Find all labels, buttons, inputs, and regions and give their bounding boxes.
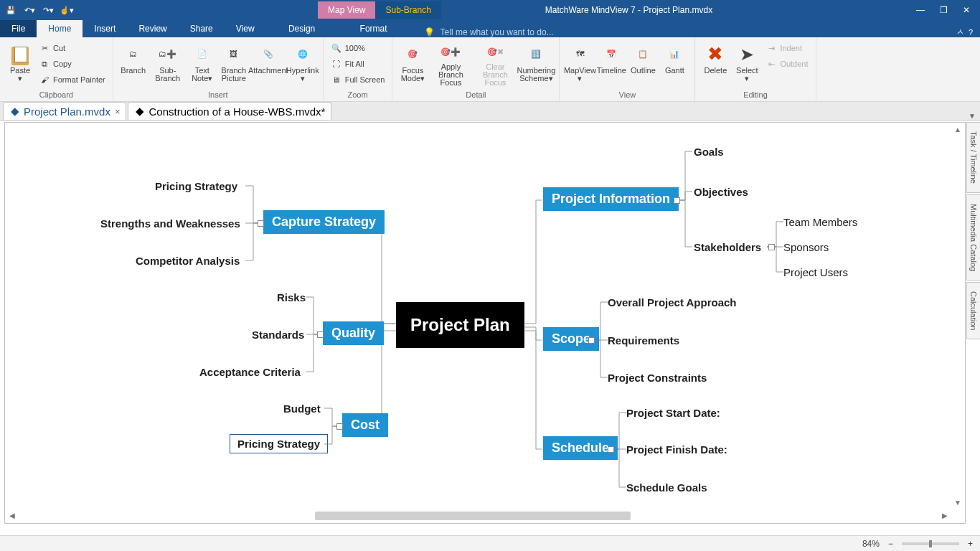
tab-insert[interactable]: Insert bbox=[83, 20, 127, 37]
save-icon[interactable]: 💾 bbox=[3, 2, 19, 18]
node-standards[interactable]: Standards bbox=[252, 329, 304, 341]
node-team-members[interactable]: Team Members bbox=[783, 216, 857, 228]
window-title: MatchWare MindView 7 - Project Plan.mvdx bbox=[348, 5, 910, 15]
node-schedule[interactable]: Schedule bbox=[543, 436, 618, 460]
hyperlink-button[interactable]: 🌐Hyperlink▾ bbox=[287, 39, 319, 87]
node-goals[interactable]: Goals bbox=[694, 146, 724, 158]
redo-icon[interactable]: ↷▾ bbox=[40, 2, 56, 18]
tab-home[interactable]: Home bbox=[37, 20, 83, 37]
collapse-handle[interactable] bbox=[768, 244, 775, 250]
collapse-handle[interactable] bbox=[588, 337, 595, 344]
minimize-button[interactable]: — bbox=[910, 2, 931, 18]
gantt-button[interactable]: 📊Gantt bbox=[659, 39, 690, 87]
format-painter-button[interactable]: 🖌Format Painter bbox=[36, 72, 108, 87]
node-pricing-strategy-selected[interactable]: Pricing Strategy bbox=[230, 434, 328, 453]
quick-access-toolbar: 💾 ↶▾ ↷▾ ☝▾ bbox=[0, 2, 77, 18]
attachment-button[interactable]: 📎Attachment bbox=[250, 39, 287, 87]
node-objectives[interactable]: Objectives bbox=[694, 186, 748, 198]
delete-button[interactable]: ✖Delete bbox=[699, 39, 731, 87]
undo-icon[interactable]: ↶▾ bbox=[22, 2, 37, 18]
timeline-button[interactable]: 📅Timeline bbox=[595, 39, 627, 87]
canvas[interactable]: Project Plan Capture Strategy Pricing St… bbox=[4, 122, 966, 524]
full-screen-icon: 🖥 bbox=[331, 74, 342, 85]
close-button[interactable]: ✕ bbox=[956, 2, 977, 18]
clear-focus-icon: 🎯✖ bbox=[484, 42, 507, 62]
branch-button[interactable]: 🗂Branch bbox=[118, 39, 149, 87]
tab-view[interactable]: View bbox=[225, 20, 266, 37]
collapse-handle[interactable] bbox=[317, 331, 324, 338]
tab-file[interactable]: File bbox=[0, 20, 37, 37]
scroll-thumb[interactable] bbox=[315, 512, 631, 520]
paste-button[interactable]: Paste▾ bbox=[4, 39, 36, 87]
tell-me-search[interactable]: 💡 Tell me what you want to do... bbox=[410, 27, 956, 37]
apply-focus-icon: 🎯➕ bbox=[439, 42, 462, 62]
node-capture-strategy[interactable]: Capture Strategy bbox=[263, 210, 385, 234]
tab-design[interactable]: Design bbox=[266, 20, 338, 37]
node-strengths-weaknesses[interactable]: Strengths and Weaknesses bbox=[100, 217, 240, 230]
scroll-left-icon[interactable]: ◀ bbox=[6, 510, 18, 522]
central-node[interactable]: Project Plan bbox=[396, 302, 524, 348]
node-risks[interactable]: Risks bbox=[277, 291, 306, 303]
node-acceptance-criteria[interactable]: Acceptance Criteria bbox=[199, 366, 301, 378]
node-sponsors[interactable]: Sponsors bbox=[783, 241, 829, 253]
scroll-down-icon[interactable]: ▼ bbox=[952, 497, 963, 509]
outline-button[interactable]: 📋Outline bbox=[627, 39, 659, 87]
touch-mode-icon[interactable]: ☝▾ bbox=[59, 2, 75, 18]
close-icon[interactable]: × bbox=[115, 106, 121, 117]
node-cost[interactable]: Cost bbox=[342, 413, 388, 437]
focus-mode-button[interactable]: 🎯Focus Mode▾ bbox=[397, 39, 428, 87]
node-competitor-analysis[interactable]: Competitor Analysis bbox=[136, 255, 240, 267]
node-requirements[interactable]: Requirements bbox=[608, 334, 679, 347]
numbering-icon: 🔢 bbox=[524, 42, 547, 65]
scroll-right-icon[interactable]: ▶ bbox=[939, 510, 951, 522]
help-icon[interactable]: ? bbox=[969, 28, 973, 37]
panel-task-timeline[interactable]: Task / Timeline bbox=[966, 122, 980, 193]
cut-button[interactable]: ✂Cut bbox=[36, 41, 108, 55]
zoom-slider[interactable] bbox=[902, 542, 959, 545]
fit-all-button[interactable]: ⛶Fit All bbox=[328, 57, 388, 71]
panel-multimedia[interactable]: Multimedia Catalog bbox=[966, 194, 980, 281]
collapse-handle[interactable] bbox=[258, 220, 264, 227]
tab-overflow-icon[interactable]: ▼ bbox=[969, 112, 976, 120]
collapse-handle[interactable] bbox=[674, 197, 680, 204]
node-project-constraints[interactable]: Project Constraints bbox=[608, 372, 707, 384]
select-button[interactable]: ➤Select▾ bbox=[731, 39, 763, 87]
mapview-button[interactable]: 🗺MapView▾ bbox=[564, 39, 595, 87]
tab-format[interactable]: Format bbox=[338, 20, 410, 37]
document-tab-2[interactable]: ◆ Construction of a House-WBS.mvdx* bbox=[128, 102, 331, 120]
node-stakeholders[interactable]: Stakeholders bbox=[694, 241, 761, 253]
panel-calculation[interactable]: Calculation bbox=[966, 282, 980, 339]
node-overall-approach[interactable]: Overall Project Approach bbox=[608, 296, 737, 309]
node-project-users[interactable]: Project Users bbox=[783, 266, 848, 278]
tab-review[interactable]: Review bbox=[127, 20, 178, 37]
full-screen-button[interactable]: 🖥Full Screen bbox=[328, 72, 388, 87]
sub-branch-button[interactable]: 🗂➕Sub-Branch bbox=[149, 39, 187, 87]
text-note-button[interactable]: 📄Text Note▾ bbox=[187, 39, 218, 87]
node-finish-date[interactable]: Project Finish Date: bbox=[626, 443, 727, 456]
timeline-icon: 📅 bbox=[600, 42, 623, 65]
zoom-out-button[interactable]: − bbox=[888, 539, 893, 549]
apply-branch-focus-button[interactable]: 🎯➕Apply Branch Focus bbox=[428, 39, 473, 87]
node-schedule-goals[interactable]: Schedule Goals bbox=[626, 481, 707, 494]
copy-button[interactable]: ⧉Copy bbox=[36, 57, 108, 71]
ribbon-tabs: File Home Insert Review Share View Desig… bbox=[0, 20, 980, 37]
branch-picture-button[interactable]: 🖼Branch Picture bbox=[218, 39, 250, 87]
restore-button[interactable]: ❐ bbox=[933, 2, 954, 18]
vertical-scrollbar[interactable]: ▲ ▼ bbox=[952, 124, 963, 509]
zoom-in-button[interactable]: + bbox=[968, 539, 973, 549]
ribbon: Paste▾ ✂Cut ⧉Copy 🖌Format Painter Clipbo… bbox=[0, 37, 980, 102]
node-quality[interactable]: Quality bbox=[323, 321, 384, 345]
document-tab-1[interactable]: ◆ Project Plan.mvdx × bbox=[3, 102, 126, 120]
horizontal-scrollbar[interactable]: ◀ ▶ bbox=[6, 510, 951, 522]
node-start-date[interactable]: Project Start Date: bbox=[626, 407, 720, 419]
tab-share[interactable]: Share bbox=[179, 20, 225, 37]
collapse-handle[interactable] bbox=[608, 446, 614, 453]
node-pricing-strategy[interactable]: Pricing Strategy bbox=[155, 180, 237, 192]
ribbon-collapse-icon[interactable]: ㅅ bbox=[956, 27, 964, 37]
zoom-100-button[interactable]: 🔍100% bbox=[328, 41, 388, 55]
node-project-information[interactable]: Project Information bbox=[543, 187, 679, 211]
numbering-scheme-button[interactable]: 🔢Numbering Scheme▾ bbox=[517, 39, 555, 87]
scroll-up-icon[interactable]: ▲ bbox=[952, 124, 963, 136]
collapse-handle[interactable] bbox=[336, 423, 343, 430]
node-budget[interactable]: Budget bbox=[283, 402, 321, 415]
